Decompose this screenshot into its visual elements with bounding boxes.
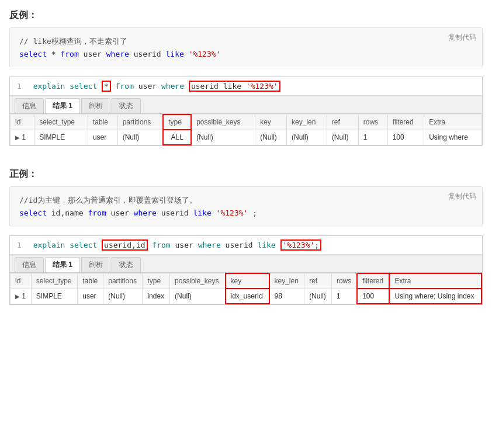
col-partitions: partitions [103,273,143,289]
cell-arrow: ▶ 1 [11,130,34,145]
positive-table-header: id select_type table partitions type pos… [11,273,482,289]
positive-result-table: id select_type table partitions type pos… [10,273,482,304]
cell-rows: 1 [331,289,357,304]
negative-result-table: id select_type table partitions type pos… [10,114,482,145]
negative-code-line: select * from user where userid like '%1… [19,48,473,61]
positive-userid-highlight: userid,id [102,239,147,251]
col-partitions: partitions [117,114,163,130]
negative-label: 反例： [9,9,483,22]
cell-key: (Null) [255,130,287,145]
positive-tab-status[interactable]: 状态 [112,257,141,272]
cell-type: index [143,289,170,304]
col-table: table [78,273,103,289]
col-rows: rows [331,273,357,289]
cell-select-type: SIMPLE [31,289,77,304]
cell-table: user [88,130,117,145]
col-filtered: filtered [357,273,389,289]
positive-code-line: select id,name from user where userid li… [19,207,473,220]
cell-partitions: (Null) [117,130,163,145]
col-ref: ref [304,273,332,289]
positive-copy-button[interactable]: 复制代码 [448,192,476,202]
col-extra: Extra [389,273,481,289]
col-possible-keys: possible_keys [191,114,255,130]
cell-type: ALL [163,130,191,145]
col-filtered: filtered [387,114,424,130]
col-type: type [163,114,191,130]
negative-copy-button[interactable]: 复制代码 [448,33,476,43]
positive-db-panel: 1 explain select userid,id from user whe… [9,235,483,305]
col-ref: ref [327,114,358,130]
col-key: key [255,114,287,130]
cell-select-type: SIMPLE [34,130,88,145]
negative-tabs: 信息 结果 1 剖析 状态 [10,96,482,114]
negative-tab-result[interactable]: 结果 1 [45,98,80,113]
cell-extra: Using where [424,130,482,145]
cell-possible-keys: (Null) [170,289,226,304]
cell-table: user [78,289,103,304]
negative-section: 反例： 复制代码 // like模糊查询，不走索引了 select * from… [9,9,483,146]
cell-key-len: 98 [269,289,304,304]
positive-value-highlight: '%123%'; [280,239,322,251]
negative-db-panel: 1 explain select * from user where useri… [9,77,483,146]
negative-table-header: id select_type table partitions type pos… [11,114,482,130]
positive-comment: //id为主键，那么为普通索引，即覆盖索引登场了。 [19,194,473,207]
cell-filtered: 100 [387,130,424,145]
col-key-len: key_len [269,273,304,289]
positive-code-block: 复制代码 //id为主键，那么为普通索引，即覆盖索引登场了。 select id… [9,186,483,227]
negative-tab-info[interactable]: 信息 [15,98,44,113]
col-possible-keys: possible_keys [170,273,226,289]
positive-section: 正例： 复制代码 //id为主键，那么为普通索引，即覆盖索引登场了。 selec… [9,168,483,305]
col-id: id [11,114,34,130]
positive-table-row: ▶ 1 SIMPLE user (Null) index (Null) idx_… [11,289,482,304]
cell-possible-keys: (Null) [191,130,255,145]
cell-ref: (Null) [304,289,332,304]
negative-comment: // like模糊查询，不走索引了 [19,35,473,48]
negative-code-block: 复制代码 // like模糊查询，不走索引了 select * from use… [9,27,483,68]
positive-tabs: 信息 结果 1 剖析 状态 [10,255,482,273]
negative-db-query: 1 explain select * from user where useri… [10,77,482,96]
cell-rows: 1 [358,130,387,145]
negative-tab-status[interactable]: 状态 [112,98,141,113]
col-table: table [88,114,117,130]
negative-where-highlight: userid like '%123%' [189,81,280,92]
col-key-len: key_len [287,114,327,130]
cell-arrow: ▶ 1 [11,289,32,304]
cell-ref: (Null) [327,130,358,145]
positive-tab-info[interactable]: 信息 [15,257,44,272]
cell-key: idx_userId [226,289,269,304]
positive-tab-result[interactable]: 结果 1 [45,257,80,272]
cell-filtered: 100 [357,289,389,304]
cell-partitions: (Null) [103,289,143,304]
col-extra: Extra [424,114,482,130]
cell-key-len: (Null) [287,130,327,145]
negative-table-row: ▶ 1 SIMPLE user (Null) ALL (Null) (Null)… [11,130,482,145]
positive-tab-profiling[interactable]: 剖析 [81,257,110,272]
col-type: type [143,273,170,289]
col-select-type: select_type [34,114,88,130]
col-rows: rows [358,114,387,130]
col-select-type: select_type [31,273,77,289]
col-id: id [11,273,32,289]
negative-tab-profiling[interactable]: 剖析 [81,98,110,113]
col-key: key [226,273,269,289]
positive-db-query: 1 explain select userid,id from user whe… [10,236,482,255]
cell-extra: Using where; Using index [389,289,481,304]
negative-star-highlight: * [102,81,111,92]
positive-label: 正例： [9,168,483,180]
